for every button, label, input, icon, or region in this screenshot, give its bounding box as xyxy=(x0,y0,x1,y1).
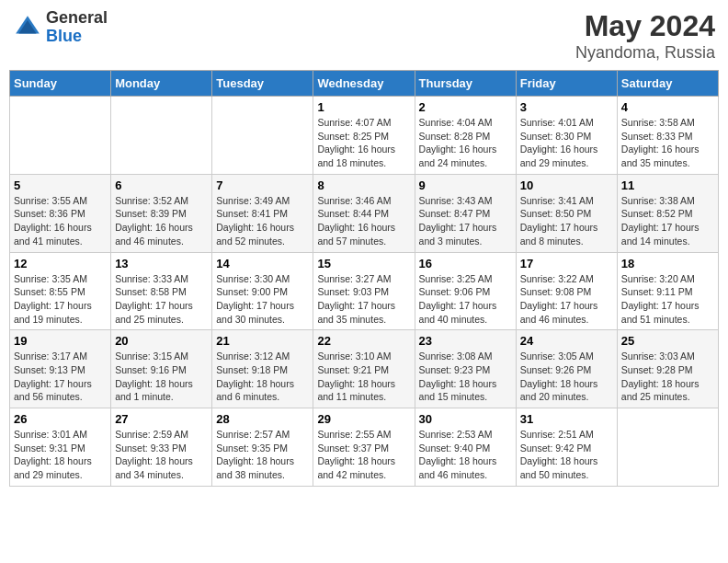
calendar-subtitle: Nyandoma, Russia xyxy=(575,43,715,63)
day-info: Sunrise: 3:10 AMSunset: 9:21 PMDaylight:… xyxy=(317,350,410,404)
day-number: 24 xyxy=(520,334,613,348)
day-number: 18 xyxy=(621,257,714,270)
calendar-day-cell: 17Sunrise: 3:22 AMSunset: 9:08 PMDayligh… xyxy=(516,252,617,330)
calendar-day-cell: 11Sunrise: 3:38 AMSunset: 8:52 PMDayligh… xyxy=(617,174,718,252)
calendar-day-cell: 23Sunrise: 3:08 AMSunset: 9:23 PMDayligh… xyxy=(415,330,516,408)
day-info: Sunrise: 3:52 AMSunset: 8:39 PMDaylight:… xyxy=(115,194,208,248)
day-info: Sunrise: 3:58 AMSunset: 8:33 PMDaylight:… xyxy=(621,116,714,170)
calendar-day-cell: 27Sunrise: 2:59 AMSunset: 9:33 PMDayligh… xyxy=(111,408,212,487)
day-number: 9 xyxy=(419,178,512,192)
day-info: Sunrise: 2:57 AMSunset: 9:35 PMDaylight:… xyxy=(216,428,309,482)
calendar-day-cell: 28Sunrise: 2:57 AMSunset: 9:35 PMDayligh… xyxy=(212,408,313,487)
day-number: 10 xyxy=(520,178,613,192)
calendar-day-cell: 7Sunrise: 3:49 AMSunset: 8:41 PMDaylight… xyxy=(212,174,313,252)
calendar-title: May 2024 xyxy=(575,9,715,43)
day-number: 19 xyxy=(14,334,107,348)
calendar-week-row: 19Sunrise: 3:17 AMSunset: 9:13 PMDayligh… xyxy=(10,330,719,408)
logo-general: General xyxy=(46,9,108,28)
calendar-day-cell: 6Sunrise: 3:52 AMSunset: 8:39 PMDaylight… xyxy=(111,174,212,252)
day-info: Sunrise: 3:20 AMSunset: 9:11 PMDaylight:… xyxy=(621,272,714,327)
calendar-day-cell: 8Sunrise: 3:46 AMSunset: 8:44 PMDaylight… xyxy=(313,174,415,252)
calendar-table: SundayMondayTuesdayWednesdayThursdayFrid… xyxy=(9,70,719,487)
weekday-header-thursday: Thursday xyxy=(415,71,516,97)
day-info: Sunrise: 2:53 AMSunset: 9:40 PMDaylight:… xyxy=(419,428,512,482)
calendar-day-cell: 1Sunrise: 4:07 AMSunset: 8:25 PMDaylight… xyxy=(313,97,415,175)
calendar-day-cell xyxy=(212,97,313,175)
weekday-header-wednesday: Wednesday xyxy=(313,71,415,97)
calendar-day-cell: 22Sunrise: 3:10 AMSunset: 9:21 PMDayligh… xyxy=(313,330,415,408)
calendar-week-row: 12Sunrise: 3:35 AMSunset: 8:55 PMDayligh… xyxy=(10,252,719,330)
calendar-day-cell: 16Sunrise: 3:25 AMSunset: 9:06 PMDayligh… xyxy=(415,252,516,330)
day-info: Sunrise: 3:46 AMSunset: 8:44 PMDaylight:… xyxy=(317,194,410,248)
day-number: 13 xyxy=(115,257,208,270)
day-number: 3 xyxy=(520,100,613,114)
day-info: Sunrise: 2:51 AMSunset: 9:42 PMDaylight:… xyxy=(520,428,613,482)
day-number: 7 xyxy=(216,178,309,192)
day-number: 17 xyxy=(520,257,613,270)
day-info: Sunrise: 3:41 AMSunset: 8:50 PMDaylight:… xyxy=(520,194,613,248)
day-info: Sunrise: 4:04 AMSunset: 8:28 PMDaylight:… xyxy=(419,116,512,170)
day-number: 23 xyxy=(419,334,512,348)
day-info: Sunrise: 3:43 AMSunset: 8:47 PMDaylight:… xyxy=(419,194,512,248)
calendar-day-cell: 10Sunrise: 3:41 AMSunset: 8:50 PMDayligh… xyxy=(516,174,617,252)
day-number: 15 xyxy=(317,257,410,270)
day-number: 5 xyxy=(14,178,107,192)
day-info: Sunrise: 3:33 AMSunset: 8:58 PMDaylight:… xyxy=(115,272,208,327)
calendar-day-cell: 18Sunrise: 3:20 AMSunset: 9:11 PMDayligh… xyxy=(617,252,718,330)
title-block: May 2024 Nyandoma, Russia xyxy=(575,9,715,63)
day-number: 27 xyxy=(115,412,208,426)
weekday-header-row: SundayMondayTuesdayWednesdayThursdayFrid… xyxy=(10,71,719,97)
calendar-week-row: 5Sunrise: 3:55 AMSunset: 8:36 PMDaylight… xyxy=(10,174,719,252)
calendar-day-cell: 12Sunrise: 3:35 AMSunset: 8:55 PMDayligh… xyxy=(10,252,111,330)
calendar-day-cell: 3Sunrise: 4:01 AMSunset: 8:30 PMDaylight… xyxy=(516,97,617,175)
day-number: 25 xyxy=(621,334,714,348)
logo-text: General Blue xyxy=(46,9,108,46)
calendar-day-cell xyxy=(111,97,212,175)
day-info: Sunrise: 3:55 AMSunset: 8:36 PMDaylight:… xyxy=(14,194,107,248)
calendar-day-cell xyxy=(10,97,111,175)
weekday-header-saturday: Saturday xyxy=(617,71,718,97)
day-number: 1 xyxy=(317,100,410,114)
day-number: 14 xyxy=(216,257,309,270)
day-info: Sunrise: 3:35 AMSunset: 8:55 PMDaylight:… xyxy=(14,272,107,327)
calendar-day-cell: 5Sunrise: 3:55 AMSunset: 8:36 PMDaylight… xyxy=(10,174,111,252)
calendar-day-cell: 31Sunrise: 2:51 AMSunset: 9:42 PMDayligh… xyxy=(516,408,617,487)
logo: General Blue xyxy=(13,9,108,46)
calendar-day-cell: 19Sunrise: 3:17 AMSunset: 9:13 PMDayligh… xyxy=(10,330,111,408)
day-number: 20 xyxy=(115,334,208,348)
calendar-day-cell: 20Sunrise: 3:15 AMSunset: 9:16 PMDayligh… xyxy=(111,330,212,408)
calendar-day-cell: 4Sunrise: 3:58 AMSunset: 8:33 PMDaylight… xyxy=(617,97,718,175)
day-info: Sunrise: 2:59 AMSunset: 9:33 PMDaylight:… xyxy=(115,428,208,482)
day-info: Sunrise: 3:03 AMSunset: 9:28 PMDaylight:… xyxy=(621,350,714,404)
day-info: Sunrise: 3:12 AMSunset: 9:18 PMDaylight:… xyxy=(216,350,309,404)
day-info: Sunrise: 3:27 AMSunset: 9:03 PMDaylight:… xyxy=(317,272,410,327)
weekday-header-monday: Monday xyxy=(111,71,212,97)
calendar-day-cell xyxy=(617,408,718,487)
day-number: 2 xyxy=(419,100,512,114)
page-header: General Blue May 2024 Nyandoma, Russia xyxy=(9,9,719,63)
day-info: Sunrise: 3:25 AMSunset: 9:06 PMDaylight:… xyxy=(419,272,512,327)
day-number: 6 xyxy=(115,178,208,192)
calendar-day-cell: 21Sunrise: 3:12 AMSunset: 9:18 PMDayligh… xyxy=(212,330,313,408)
calendar-day-cell: 26Sunrise: 3:01 AMSunset: 9:31 PMDayligh… xyxy=(10,408,111,487)
day-info: Sunrise: 3:08 AMSunset: 9:23 PMDaylight:… xyxy=(419,350,512,404)
day-info: Sunrise: 3:05 AMSunset: 9:26 PMDaylight:… xyxy=(520,350,613,404)
day-info: Sunrise: 3:01 AMSunset: 9:31 PMDaylight:… xyxy=(14,428,107,482)
day-info: Sunrise: 3:38 AMSunset: 8:52 PMDaylight:… xyxy=(621,194,714,248)
day-number: 21 xyxy=(216,334,309,348)
day-info: Sunrise: 3:15 AMSunset: 9:16 PMDaylight:… xyxy=(115,350,208,404)
calendar-week-row: 1Sunrise: 4:07 AMSunset: 8:25 PMDaylight… xyxy=(10,97,719,175)
day-number: 26 xyxy=(14,412,107,426)
calendar-day-cell: 13Sunrise: 3:33 AMSunset: 8:58 PMDayligh… xyxy=(111,252,212,330)
day-number: 22 xyxy=(317,334,410,348)
day-info: Sunrise: 2:55 AMSunset: 9:37 PMDaylight:… xyxy=(317,428,410,482)
day-number: 11 xyxy=(621,178,714,192)
calendar-week-row: 26Sunrise: 3:01 AMSunset: 9:31 PMDayligh… xyxy=(10,408,719,487)
day-number: 16 xyxy=(419,257,512,270)
day-number: 28 xyxy=(216,412,309,426)
day-info: Sunrise: 3:22 AMSunset: 9:08 PMDaylight:… xyxy=(520,272,613,327)
calendar-day-cell: 25Sunrise: 3:03 AMSunset: 9:28 PMDayligh… xyxy=(617,330,718,408)
day-info: Sunrise: 3:30 AMSunset: 9:00 PMDaylight:… xyxy=(216,272,309,327)
day-number: 30 xyxy=(419,412,512,426)
day-info: Sunrise: 4:01 AMSunset: 8:30 PMDaylight:… xyxy=(520,116,613,170)
